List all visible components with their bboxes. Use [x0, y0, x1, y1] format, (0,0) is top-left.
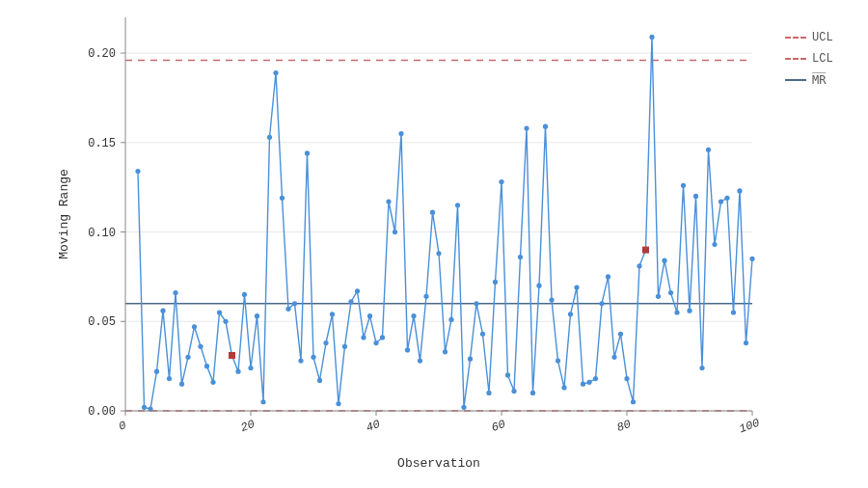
data-point — [687, 309, 692, 313]
data-point — [486, 391, 491, 395]
legend-swatch-ucl — [785, 37, 806, 39]
data-point — [217, 310, 222, 314]
data-point — [599, 301, 604, 306]
data-point — [561, 385, 566, 390]
data-point — [142, 405, 147, 410]
data-point — [160, 309, 165, 313]
data-point — [405, 347, 410, 352]
data-point — [355, 288, 360, 293]
data-point — [461, 405, 466, 410]
legend-label-mrbar: M̅R̅ — [812, 73, 826, 88]
legend: UCL LCL M̅R̅ — [785, 29, 862, 93]
data-point — [624, 376, 629, 381]
svg-text:40: 40 — [365, 418, 382, 435]
data-point — [518, 255, 523, 259]
data-point — [336, 401, 340, 406]
y-axis-label: Moving Range — [57, 169, 71, 259]
data-point — [185, 355, 190, 360]
data-point — [568, 312, 573, 316]
data-point — [662, 258, 666, 263]
data-point — [285, 307, 290, 312]
data-point — [418, 358, 422, 363]
data-point — [536, 284, 541, 288]
legend-item-ucl: UCL — [785, 29, 862, 46]
data-point — [455, 203, 460, 207]
data-point — [744, 340, 748, 345]
svg-text:0.05: 0.05 — [88, 315, 116, 329]
data-point — [373, 340, 378, 345]
data-point — [737, 188, 742, 193]
data-point — [581, 382, 585, 387]
data-point — [192, 324, 197, 329]
outlier-point — [643, 247, 649, 253]
data-point — [574, 285, 579, 289]
data-point — [693, 194, 698, 199]
data-point — [235, 369, 240, 374]
data-point — [311, 355, 315, 360]
legend-item-lcl: LCL — [785, 50, 862, 68]
data-point — [198, 344, 203, 349]
data-point — [361, 335, 366, 339]
data-point — [593, 376, 598, 381]
data-point — [393, 230, 397, 234]
data-point — [493, 280, 498, 285]
data-point — [443, 349, 448, 354]
svg-text:0.00: 0.00 — [88, 405, 116, 419]
svg-text:0.15: 0.15 — [88, 137, 116, 150]
data-point — [330, 312, 335, 316]
data-point — [173, 290, 177, 295]
svg-text:0.20: 0.20 — [88, 47, 116, 61]
data-point — [674, 310, 679, 314]
data-point — [204, 364, 209, 368]
data-point — [430, 210, 435, 215]
data-point — [292, 301, 297, 306]
data-point — [242, 292, 247, 297]
data-point — [380, 335, 385, 339]
data-point — [317, 378, 322, 383]
data-point — [386, 199, 391, 203]
data-point — [631, 399, 636, 404]
svg-text:100: 100 — [738, 417, 762, 437]
data-point — [543, 124, 548, 129]
legend-label-lcl: LCL — [812, 52, 833, 66]
data-point — [505, 372, 510, 377]
data-point — [436, 251, 441, 256]
x-axis-label: Observation — [397, 456, 480, 471]
legend-swatch-mrbar — [785, 79, 806, 81]
data-point — [398, 131, 403, 136]
data-point — [606, 274, 610, 279]
data-point — [468, 357, 473, 362]
data-point — [210, 380, 215, 385]
data-point — [749, 257, 754, 261]
data-point — [223, 319, 228, 324]
data-point — [649, 35, 654, 40]
data-point — [611, 355, 616, 360]
svg-text:0: 0 — [117, 419, 128, 434]
data-point — [668, 290, 673, 295]
data-point — [179, 382, 184, 387]
data-point — [348, 299, 353, 304]
data-point — [280, 196, 285, 201]
legend-label-ucl: UCL — [812, 31, 833, 44]
data-point — [586, 380, 591, 385]
data-point — [656, 294, 661, 299]
mr-control-chart: 0204060801000.000.050.100.150.20Observat… — [0, 0, 868, 488]
data-point — [411, 313, 416, 318]
data-point — [248, 366, 253, 370]
data-point — [367, 313, 372, 318]
data-point — [167, 376, 172, 381]
data-point — [273, 70, 278, 75]
data-point — [706, 148, 711, 152]
data-point — [637, 263, 641, 268]
data-point — [499, 179, 503, 184]
data-point — [423, 294, 428, 299]
data-point — [681, 183, 686, 188]
legend-swatch-lcl — [785, 58, 806, 60]
data-point — [154, 369, 159, 374]
data-point — [511, 389, 516, 393]
data-point — [556, 358, 560, 363]
data-point — [323, 340, 328, 345]
outlier-point — [230, 353, 235, 359]
svg-text:60: 60 — [490, 418, 507, 435]
data-point — [549, 297, 554, 302]
